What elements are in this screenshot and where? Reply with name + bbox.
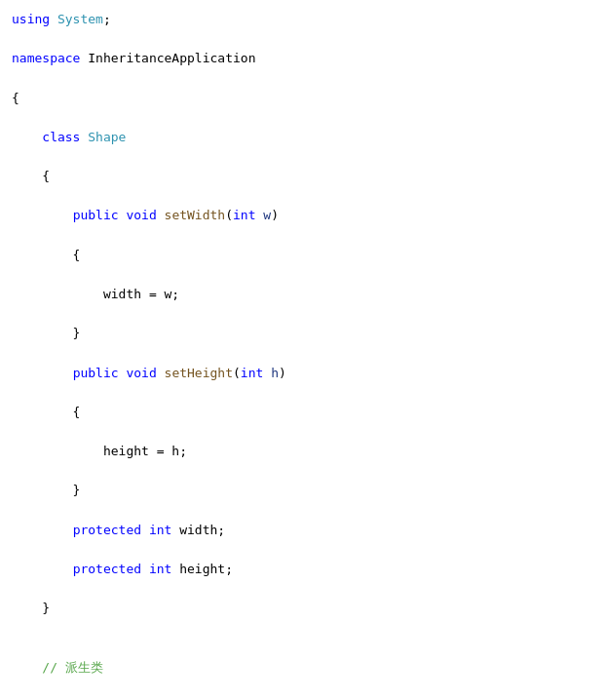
line-10: public void setHeight(int h): [12, 364, 594, 383]
code-editor: using System; namespace InheritanceAppli…: [0, 0, 606, 700]
line-6: public void setWidth(int w): [12, 206, 594, 225]
line-5: {: [12, 167, 594, 186]
line-16: }: [12, 599, 594, 618]
line-18: // 派生类: [12, 658, 594, 678]
line-8: width = w;: [12, 285, 594, 304]
line-2: namespace InheritanceApplication: [12, 49, 594, 68]
code-block: using System; namespace InheritanceAppli…: [12, 10, 594, 700]
line-12: height = h;: [12, 442, 594, 461]
line-3: {: [12, 89, 594, 108]
line-7: {: [12, 246, 594, 265]
line-11: {: [12, 403, 594, 422]
line-4: class Shape: [12, 128, 594, 147]
line-9: }: [12, 324, 594, 343]
line-13: }: [12, 481, 594, 500]
line-15: protected int height;: [12, 560, 594, 579]
line-1: using System;: [12, 10, 594, 29]
line-14: protected int width;: [12, 521, 594, 540]
